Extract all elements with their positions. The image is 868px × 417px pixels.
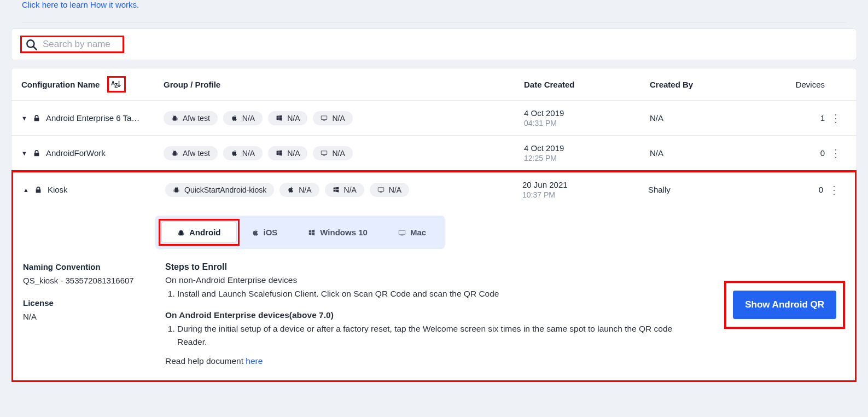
help-text: Read help document here bbox=[165, 356, 686, 366]
apple-icon bbox=[231, 149, 238, 157]
search-icon bbox=[25, 38, 37, 50]
license-label: License bbox=[23, 298, 160, 308]
chip-android[interactable]: Afw test bbox=[164, 146, 218, 160]
devices-cell: 0 bbox=[770, 148, 825, 158]
steps-title: Steps to Enroll bbox=[165, 262, 686, 272]
os-tabs-bar: Android iOS Windows 10 Mac bbox=[13, 207, 855, 249]
th-group: Group / Profile bbox=[164, 80, 524, 89]
help-link[interactable]: here bbox=[246, 356, 263, 366]
steps-subtitle: On non-Android Enterprise devices bbox=[165, 275, 686, 285]
chip-apple[interactable]: N/A bbox=[279, 183, 319, 197]
table-row[interactable]: ▲ Kiosk QuickStartAndroid-kiosk N/A N/A … bbox=[13, 172, 855, 207]
caret-down-icon[interactable]: ▼ bbox=[21, 115, 27, 121]
tab-android[interactable]: Android bbox=[162, 222, 236, 242]
android-icon bbox=[171, 149, 178, 157]
sort-button[interactable] bbox=[107, 76, 126, 92]
table-header-row: Configuration Name Group / Profile Date … bbox=[11, 68, 857, 100]
ae-title: On Android Enterprise devices(above 7.0) bbox=[165, 310, 686, 320]
android-icon bbox=[173, 186, 180, 193]
chip-list: QuickStartAndroid-kiosk N/A N/A N/A bbox=[165, 183, 522, 197]
search-input[interactable] bbox=[43, 39, 119, 50]
license-value: N/A bbox=[23, 312, 160, 321]
apple-icon bbox=[231, 114, 238, 121]
chip-mac[interactable]: N/A bbox=[370, 183, 409, 197]
android-icon bbox=[177, 229, 185, 236]
steps-list-ae: During the initial setup of a device or … bbox=[165, 322, 686, 349]
created-by-cell: Shally bbox=[648, 185, 768, 194]
chip-mac[interactable]: N/A bbox=[313, 146, 352, 160]
windows-icon bbox=[308, 229, 316, 236]
show-android-qr-button[interactable]: Show Android QR bbox=[733, 291, 836, 319]
windows-icon bbox=[333, 186, 340, 193]
config-name: Android Enterprise 6 Ta… bbox=[46, 113, 139, 123]
created-by-cell: N/A bbox=[650, 148, 770, 158]
th-date: Date Created bbox=[524, 80, 650, 89]
chip-list: Afw test N/A N/A N/A bbox=[164, 146, 524, 160]
windows-icon bbox=[276, 149, 283, 157]
search-card bbox=[11, 28, 857, 60]
android-icon bbox=[171, 114, 178, 121]
chip-apple[interactable]: N/A bbox=[223, 146, 263, 160]
devices-cell: 1 bbox=[770, 113, 825, 123]
apple-icon bbox=[287, 186, 294, 193]
lock-icon bbox=[33, 114, 40, 122]
steps-list-nonae: Install and Launch Scalefusion Client. C… bbox=[165, 287, 686, 300]
created-by-cell: N/A bbox=[650, 113, 770, 123]
th-config-name: Configuration Name bbox=[21, 80, 100, 89]
lock-icon bbox=[33, 149, 40, 157]
config-table-card: Configuration Name Group / Profile Date … bbox=[11, 68, 857, 383]
config-name: AndroidForWork bbox=[46, 148, 106, 158]
tab-windows[interactable]: Windows 10 bbox=[293, 219, 383, 246]
list-item: Install and Launch Scalefusion Client. C… bbox=[177, 287, 686, 300]
detail-panel: Naming Convention QS_kiosk - 35357208131… bbox=[13, 249, 855, 380]
chip-windows[interactable]: N/A bbox=[325, 183, 364, 197]
apple-icon bbox=[252, 229, 259, 236]
divider bbox=[22, 22, 846, 23]
chip-android[interactable]: QuickStartAndroid-kiosk bbox=[165, 183, 274, 197]
tab-ios[interactable]: iOS bbox=[236, 219, 293, 246]
expanded-row-highlight: ▲ Kiosk QuickStartAndroid-kiosk N/A N/A … bbox=[11, 170, 857, 382]
sort-az-icon bbox=[111, 79, 122, 90]
caret-down-icon[interactable]: ▼ bbox=[21, 150, 27, 157]
mac-icon bbox=[321, 149, 328, 157]
date-cell: 4 Oct 2019 04:31 PM bbox=[524, 108, 650, 128]
devices-cell: 0 bbox=[768, 185, 823, 194]
row-menu-button[interactable]: ⋮ bbox=[823, 183, 845, 196]
chip-list: Afw test N/A N/A N/A bbox=[164, 111, 524, 125]
row-menu-button[interactable]: ⋮ bbox=[825, 147, 847, 160]
date-cell: 20 Jun 2021 10:37 PM bbox=[522, 180, 648, 199]
chip-windows[interactable]: N/A bbox=[268, 146, 307, 160]
naming-convention-label: Naming Convention bbox=[23, 262, 160, 271]
lock-icon bbox=[34, 186, 42, 194]
chip-windows[interactable]: N/A bbox=[268, 111, 307, 125]
table-row[interactable]: ▼ AndroidForWork Afw test N/A N/A N/A 4 … bbox=[11, 135, 857, 170]
naming-convention-value: QS_kiosk - 353572081316607 bbox=[23, 276, 160, 285]
list-item: During the initial setup of a device or … bbox=[177, 322, 686, 349]
chip-android[interactable]: Afw test bbox=[164, 111, 218, 125]
caret-up-icon[interactable]: ▲ bbox=[23, 187, 29, 193]
mac-icon bbox=[377, 186, 385, 193]
mac-icon bbox=[321, 114, 328, 121]
date-cell: 4 Oct 2019 12:25 PM bbox=[524, 143, 650, 163]
windows-icon bbox=[276, 114, 283, 121]
chip-mac[interactable]: N/A bbox=[313, 111, 352, 125]
tab-mac[interactable]: Mac bbox=[383, 219, 441, 246]
th-devices: Devices bbox=[770, 80, 825, 89]
mac-icon bbox=[398, 229, 406, 236]
config-name: Kiosk bbox=[48, 185, 68, 194]
row-menu-button[interactable]: ⋮ bbox=[825, 112, 847, 125]
chip-apple[interactable]: N/A bbox=[223, 111, 263, 125]
learn-more-link[interactable]: Click here to learn How it works. bbox=[11, 0, 857, 14]
th-created-by: Created By bbox=[650, 80, 770, 89]
table-row[interactable]: ▼ Android Enterprise 6 Ta… Afw test N/A … bbox=[11, 100, 857, 135]
